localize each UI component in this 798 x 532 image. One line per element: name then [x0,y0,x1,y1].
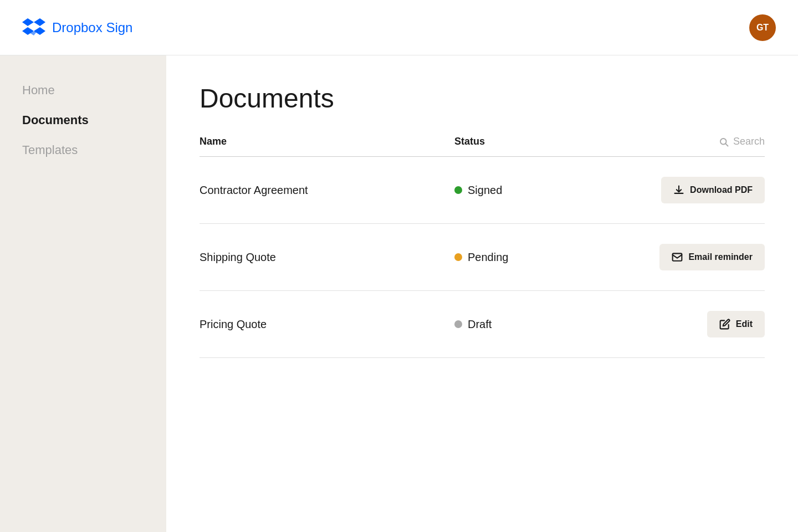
edit-button[interactable]: Edit [707,311,765,337]
svg-line-6 [725,144,728,146]
page-title: Documents [200,83,765,114]
status-cell: Draft [454,318,610,331]
sidebar: Home Documents Templates [0,55,166,532]
logo-brand: Dropbox [52,20,103,35]
logo-text: Dropbox Sign [52,20,132,35]
status-dot-signed [454,186,462,194]
table-row: Contractor Agreement Signed Download PDF [200,157,765,224]
table-header: Name Status Search [200,136,765,157]
edit-icon [719,319,730,330]
status-label: Signed [468,184,502,197]
search-label: Search [733,136,765,147]
document-name: Shipping Quote [200,251,454,264]
status-dot-pending [454,253,462,261]
email-icon [672,252,683,263]
sidebar-item-home[interactable]: Home [22,83,144,98]
table-row: Shipping Quote Pending Email reminder [200,224,765,291]
header: Dropbox Sign GT [0,0,798,55]
edit-label: Edit [736,319,753,329]
svg-marker-0 [22,18,34,26]
sidebar-item-templates[interactable]: Templates [22,143,144,157]
dropbox-logo-icon [22,16,45,39]
download-pdf-label: Download PDF [690,185,753,195]
download-icon [673,185,684,196]
logo-area: Dropbox Sign [22,16,132,39]
column-action-header: Search [610,136,765,147]
sidebar-item-documents[interactable]: Documents [22,113,144,127]
status-dot-draft [454,320,462,328]
document-name: Contractor Agreement [200,184,454,197]
action-cell: Edit [610,311,765,337]
download-pdf-button[interactable]: Download PDF [661,177,765,203]
layout: Home Documents Templates Documents Name … [0,55,798,532]
search-area[interactable]: Search [719,136,765,147]
action-cell: Email reminder [610,244,765,270]
email-reminder-button[interactable]: Email reminder [659,244,765,270]
email-reminder-label: Email reminder [688,252,753,262]
column-name-header: Name [200,136,454,147]
document-name: Pricing Quote [200,318,454,331]
status-cell: Pending [454,251,610,264]
avatar[interactable]: GT [749,14,776,41]
svg-rect-7 [673,253,682,260]
documents-table: Name Status Search Contractor Agreement [200,136,765,358]
status-label: Pending [468,251,508,264]
search-icon [719,137,729,147]
logo-accent: Sign [106,20,132,35]
svg-marker-1 [34,18,45,26]
status-label: Draft [468,318,492,331]
action-cell: Download PDF [610,177,765,203]
main-content: Documents Name Status Search [166,55,798,532]
status-cell: Signed [454,184,610,197]
column-status-header: Status [454,136,610,147]
table-row: Pricing Quote Draft Edit [200,291,765,358]
